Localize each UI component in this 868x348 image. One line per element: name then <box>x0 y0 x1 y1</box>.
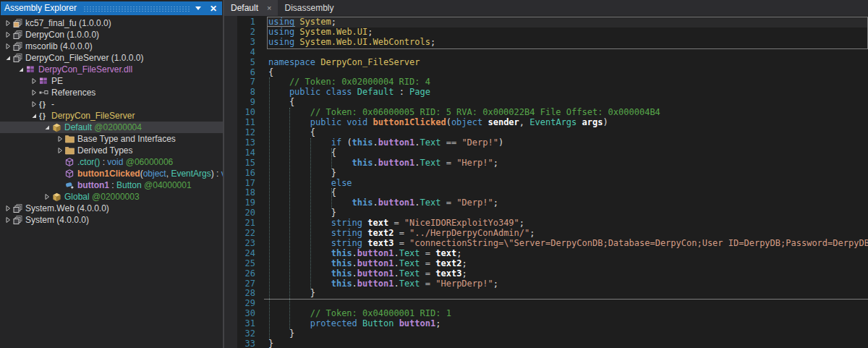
expand-arrow-icon[interactable] <box>3 43 13 50</box>
code-line[interactable]: 13 if (this.button1.Text == "Derp!") <box>237 138 868 148</box>
assembly-icon <box>13 54 25 63</box>
collapse-arrow-icon[interactable] <box>16 66 26 73</box>
code-line[interactable]: 31 protected Button button1; <box>237 319 868 329</box>
expand-arrow-icon[interactable] <box>29 101 39 108</box>
code-text: this.button1.Text = "HerpDerp!"; <box>262 279 498 289</box>
expand-arrow-icon[interactable] <box>29 89 39 96</box>
code-line[interactable]: 24 this.button1.Text = text; <box>237 249 868 259</box>
expand-arrow-icon[interactable] <box>29 77 39 85</box>
code-line[interactable]: 17 else <box>237 179 868 189</box>
line-number: 18 <box>237 188 262 198</box>
tree-item-label: .ctor() : void @06000006 <box>77 157 173 167</box>
code-line[interactable]: 16 } <box>237 169 868 179</box>
tree-item-mscorlib[interactable]: mscorlib (4.0.0.0) <box>0 41 223 52</box>
code-line[interactable]: 19 this.button1.Text = "Derp!"; <box>237 198 868 208</box>
line-number: 4 <box>237 48 262 58</box>
expand-arrow-icon[interactable] <box>55 135 65 143</box>
code-line[interactable]: 33} <box>237 339 868 348</box>
tree-item-label: kc57_final_fu (1.0.0.0) <box>25 18 111 28</box>
tree-item-button1clicked-method[interactable]: button1Clicked(object, EventArgs) : void <box>0 168 223 179</box>
code-line[interactable]: 3using System.Web.UI.WebControls; <box>237 38 868 48</box>
expand-arrow-icon[interactable] <box>3 205 13 212</box>
code-line[interactable]: 29 <box>237 299 868 309</box>
code-line[interactable]: 28 } <box>237 289 868 299</box>
expand-arrow-icon[interactable] <box>3 216 13 224</box>
tab-label: Disassembly <box>284 3 333 13</box>
tree-item-base-type-and-interfaces[interactable]: Base Type and Interfaces <box>0 133 223 145</box>
code-line[interactable]: 6{ <box>237 68 868 78</box>
tree-item-derived-types[interactable]: Derived Types <box>0 145 223 156</box>
caret-down-icon[interactable] <box>195 7 201 10</box>
code-editor[interactable]: 1using System;2using System.Web.UI;3usin… <box>224 16 868 348</box>
code-line[interactable]: 14 { <box>237 148 868 158</box>
code-text: namespace DerpyCon_FileServer <box>262 58 420 68</box>
line-number: 3 <box>237 38 262 48</box>
code-line[interactable]: 23 string text3 = "connectionString=\"Se… <box>237 239 868 249</box>
tree-item-namespace-derpycon-fileserver[interactable]: {}DerpyCon_FileServer <box>0 110 223 122</box>
tree-item-kc57-final-fu[interactable]: kc57_final_fu (1.0.0.0) <box>0 17 223 29</box>
close-icon[interactable]: ✕ <box>210 4 217 14</box>
tree-item-class-default[interactable]: Default @02000004 <box>0 122 223 133</box>
line-number: 10 <box>237 108 262 118</box>
line-number: 5 <box>237 58 262 68</box>
code-line[interactable]: 1using System; <box>237 17 868 27</box>
code-text: // Token: 0x06000005 RID: 5 RVA: 0x00002… <box>262 108 660 118</box>
code-line[interactable]: 9 { <box>237 98 868 108</box>
folder-icon <box>65 146 77 155</box>
tree-item-namespace-empty[interactable]: {}- <box>0 98 223 110</box>
code-line[interactable]: 27 this.button1.Text = "HerpDerp!"; <box>237 279 868 289</box>
code-text: this.button1.Text = text2; <box>262 259 467 269</box>
code-line[interactable]: 4 <box>237 48 868 58</box>
line-number: 1 <box>237 17 262 27</box>
expand-arrow-icon[interactable] <box>55 147 65 154</box>
tree-item-system-web[interactable]: System.Web (4.0.0.0) <box>0 203 223 214</box>
collapse-arrow-icon[interactable] <box>42 124 52 131</box>
expand-arrow-icon[interactable] <box>3 20 13 27</box>
tree-item-label: References <box>51 88 95 98</box>
tree-item-label: PE <box>51 76 63 86</box>
tree-item-derpycon-fileserver-assembly[interactable]: DerpyCon_FileServer (1.0.0.0) <box>0 52 223 64</box>
tree-item-references[interactable]: References <box>0 87 223 98</box>
tree-item-system[interactable]: System (4.0.0.0) <box>0 214 223 226</box>
collapse-arrow-icon[interactable] <box>29 112 39 119</box>
tree-item-label: DerpyCon_FileServer (1.0.0.0) <box>25 53 143 63</box>
tree-item-derpycon-fileserver-dll[interactable]: DerpyCon_FileServer.dll <box>0 64 223 75</box>
code-line[interactable]: 22 string text2 = "../HerpDerpyConAdmin/… <box>237 229 868 239</box>
code-line[interactable]: 15 this.button1.Text = "Herp!"; <box>237 158 868 169</box>
code-line[interactable]: 5namespace DerpyCon_FileServer <box>237 58 868 68</box>
line-number: 20 <box>237 208 262 218</box>
collapse-arrow-icon[interactable] <box>3 54 13 61</box>
tree-item-ctor-method[interactable]: .ctor() : void @06000006 <box>0 156 223 168</box>
code-text: } <box>262 208 336 218</box>
code-line[interactable]: 11 public void button1Clicked(object sen… <box>237 118 868 128</box>
code-line[interactable]: 25 this.button1.Text = text2; <box>237 259 868 269</box>
code-line[interactable]: 26 this.button1.Text = text3; <box>237 269 868 279</box>
tree-item-label: - <box>51 99 54 109</box>
expand-arrow-icon[interactable] <box>3 31 13 38</box>
code-line[interactable]: 2using System.Web.UI; <box>237 27 868 38</box>
expand-arrow-icon[interactable] <box>42 193 52 200</box>
code-line[interactable]: 7 // Token: 0x02000004 RID: 4 <box>237 77 868 88</box>
line-number: 27 <box>237 279 262 289</box>
line-number: 9 <box>237 98 262 108</box>
tree-item-button1-field[interactable]: button1 : Button @04000001 <box>0 179 223 191</box>
line-number: 29 <box>237 299 262 309</box>
tree-item-derpycon[interactable]: DerpyCon (1.0.0.0) <box>0 29 223 41</box>
code-line[interactable]: 18 { <box>237 188 868 198</box>
tree-item-pe[interactable]: PE <box>0 75 223 87</box>
tree-item-class-global[interactable]: Global @02000003 <box>0 191 223 203</box>
code-line[interactable]: 30 // Token: 0x04000001 RID: 1 <box>237 309 868 319</box>
code-text: // Token: 0x04000001 RID: 1 <box>262 309 451 319</box>
code-line[interactable]: 8 public class Default : Page <box>237 88 868 98</box>
tab-close-icon[interactable]: × <box>267 4 271 12</box>
code-line[interactable]: 20 } <box>237 208 868 218</box>
tab-disassembly[interactable]: Disassembly <box>278 0 340 16</box>
code-line[interactable]: 10 // Token: 0x06000005 RID: 5 RVA: 0x00… <box>237 108 868 118</box>
code-line[interactable]: 32 } <box>237 329 868 339</box>
tab-default[interactable]: Default× <box>224 0 278 16</box>
class-icon <box>52 123 64 132</box>
code-line[interactable]: 12 { <box>237 128 868 138</box>
line-number: 7 <box>237 77 262 88</box>
assembly-explorer-titlebar: Assembly Explorer ✕ <box>1 1 222 15</box>
code-line[interactable]: 21 string text = "NiceIDORExploitYo349"; <box>237 218 868 229</box>
